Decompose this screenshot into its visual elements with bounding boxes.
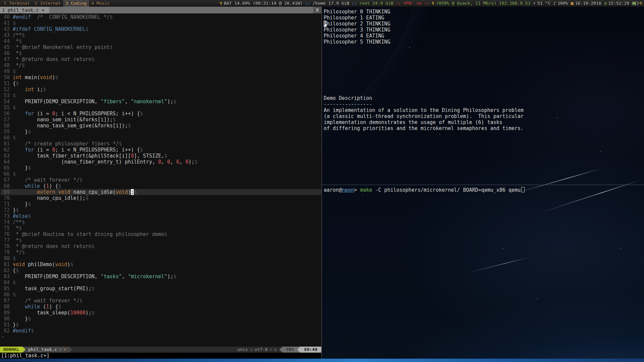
command-args: -C philosophers/microkernel/ BOARD=qemu_… — [372, 187, 521, 193]
pane-cursor: P — [324, 21, 327, 27]
code-line: 72}$ — [1, 207, 321, 213]
code-line: 42#ifdef CONFIG_NANOKERNEL$ — [1, 26, 321, 32]
line-number: 80 — [1, 255, 10, 261]
battery-icon — [632, 2, 638, 5]
demo-description-block: Demo Description ---------------- An imp… — [322, 95, 644, 113]
workspace-coding[interactable]: 3 Coding — [63, 0, 89, 7]
code-line: 82{$ — [1, 267, 321, 274]
tab-phil-task[interactable]: 1 phil_task.c + — [0, 7, 49, 13]
line-number: 69 — [1, 189, 10, 195]
line-number: 90 — [1, 316, 10, 322]
line-number: 47 — [1, 56, 10, 62]
line-number: 76 — [1, 231, 10, 237]
code-line: 51{$ — [1, 80, 321, 86]
code-line: 67 /* wait forever */$ — [1, 177, 321, 183]
line-number: 78 — [1, 243, 10, 249]
line-number: 62 — [1, 147, 10, 153]
prompt-line[interactable]: aaron@neon> make -C philosophers/microke… — [322, 185, 644, 193]
code-line: 68 while (1) {$ — [1, 183, 321, 189]
code-line: 88 while (1) {$ — [1, 304, 321, 310]
empty-line-marker: ~ — [1, 334, 321, 340]
code-area[interactable]: 40#endif /* CONFIG_NANOKERNEL */$41$42#i… — [0, 13, 321, 347]
code-line: 80$ — [1, 255, 321, 261]
line-number: 67 — [1, 177, 10, 183]
status-item: root 24.9 GiB — [358, 0, 395, 7]
shell-pane[interactable]: aaron@neon> make -C philosophers/microke… — [322, 185, 644, 359]
code-line: 86$ — [1, 292, 321, 298]
workspace-terminal[interactable]: 1 Terminal — [1, 0, 32, 7]
code-line: 77 *$ — [1, 237, 321, 243]
line-number: 82 — [1, 267, 10, 274]
status-segments: ↯BAT 14.69% (00:31:14 @ 26.41W)::/home 1… — [218, 0, 631, 7]
workspace-internet[interactable]: 2 Internet — [32, 0, 63, 7]
code-line: 74/**$ — [1, 219, 321, 225]
code-lines: 40#endif /* CONFIG_NANOKERNEL */$41$42#i… — [1, 14, 321, 334]
line-number: 50 — [1, 74, 10, 80]
demo-underline: ---------------- — [324, 101, 644, 107]
philosopher-output: Philosopher 0 THINKINGPhilosopher 1 EATI… — [322, 7, 644, 45]
powerline-arrow-icon — [22, 347, 25, 353]
status-item: /home 17.9 GiB — [311, 0, 351, 7]
code-line: 92#endif$ — [1, 328, 321, 334]
note-icon: ♪ — [552, 0, 556, 7]
demo-body-line: of differing priorities and the microker… — [324, 125, 644, 131]
line-number: 57 — [1, 117, 10, 123]
philosopher-status-line: Philosopher 1 EATING — [324, 15, 644, 21]
code-line: 59 }$ — [1, 129, 321, 135]
code-line: 63 task_fiber_start(&philStack[i][0], ST… — [1, 153, 321, 159]
line-number: 88 — [1, 304, 10, 310]
line-number: 83 — [1, 274, 10, 280]
qemu-output-pane[interactable]: Philosopher 0 THINKINGPhilosopher 1 EATI… — [322, 7, 644, 185]
code-line: 75 *$ — [1, 225, 321, 231]
code-line: 50int main(void)$ — [1, 74, 321, 80]
status-item: 100% — [556, 0, 569, 7]
code-line: 81void philDemo(void)$ — [1, 261, 321, 267]
line-number: 42 — [1, 26, 10, 32]
line-number: 49 — [1, 68, 10, 74]
terminal-cursor — [521, 187, 525, 192]
code-line: 71 }$ — [1, 201, 321, 207]
line-number: 59 — [1, 129, 10, 135]
code-line: 52 int i;$ — [1, 86, 321, 93]
wallpaper-horizon — [0, 359, 644, 362]
status-separator: :: — [423, 0, 430, 7]
filetype: c — [274, 347, 277, 352]
close-icon[interactable]: X — [313, 7, 321, 13]
line-number: 87 — [1, 298, 10, 304]
line-number: 92 — [1, 328, 10, 334]
code-line: 57 nano_sem_init(&forks[i]);$ — [1, 117, 321, 123]
philosopher-status-line: Philosopher 5 THINKING — [324, 39, 644, 45]
statusline-fileinfo: unix<utf-8<c — [234, 347, 279, 353]
line-number: 41 — [1, 20, 10, 26]
line-number: 91 — [1, 322, 10, 328]
chevron-right-icon: > — [57, 347, 64, 352]
scroll-percent: 75% — [282, 347, 297, 353]
vim-mode-indicator: NORMAL — [0, 347, 22, 353]
line-number: 79 — [1, 249, 10, 255]
clock-icon: ◔ — [603, 0, 607, 7]
status-item: (059% @ Quack, 11 Mb/s) 192.168.0.51 — [435, 0, 532, 7]
code-line: 44 *$ — [1, 38, 321, 44]
line-number: 74 — [1, 219, 10, 225]
code-line: 87 /* wait forever */$ — [1, 298, 321, 304]
line-number: 85 — [1, 286, 10, 292]
line-number: 68 — [1, 183, 10, 189]
encoding: utf-8 — [255, 347, 268, 352]
line-number: 43 — [1, 32, 10, 38]
status-separator: :: — [304, 0, 311, 7]
status-item: 51 °C — [536, 0, 552, 7]
code-line: 91}$ — [1, 322, 321, 328]
statusline-file-segment: phil_task.c>+ — [25, 347, 69, 353]
line-number: 54 — [1, 99, 10, 105]
prompt-symbol: > — [354, 187, 360, 193]
line-number: 51 — [1, 80, 10, 86]
code-line: 45 * @brief Nanokernel entry point$ — [1, 44, 321, 50]
code-line: 40#endif /* CONFIG_NANOKERNEL */$ — [1, 14, 321, 20]
bolt-icon: ↯ — [218, 0, 223, 7]
line-number: 77 — [1, 237, 10, 243]
code-line: 41$ — [1, 20, 321, 26]
code-line: 66$ — [1, 171, 321, 177]
workspace-music[interactable]: 4 Music — [89, 0, 112, 7]
statusline-filename: phil_task.c — [28, 347, 57, 352]
line-number: 52 — [1, 86, 10, 93]
